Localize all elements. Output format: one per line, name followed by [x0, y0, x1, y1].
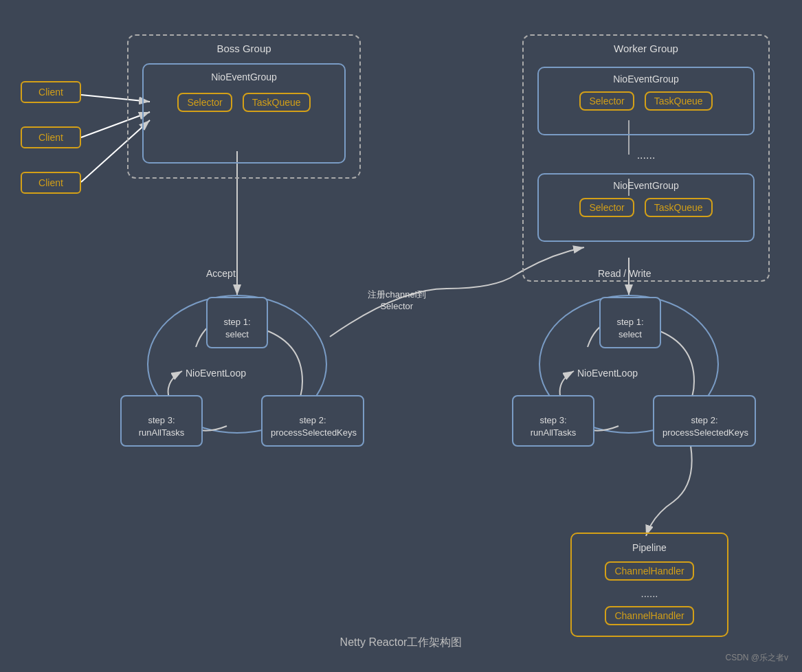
worker-nioeventgroup-2-box: NioEventGroup Selector TaskQueue [537, 173, 755, 242]
accept-label: Accept [206, 268, 236, 279]
worker-nioeventloop-label: NioEventLoop [577, 368, 638, 379]
boss-step3: step 3: runAllTasks [120, 395, 203, 447]
worker-group-box: Worker Group NioEventGroup Selector Task… [522, 34, 770, 282]
worker-taskqueue-1: TaskQueue [645, 91, 713, 111]
diagram: Client Client Client Boss Group NioEvent… [0, 0, 802, 672]
worker-ellipsis: ...... [524, 149, 768, 161]
boss-group-box: Boss Group NioEventGroup Selector TaskQu… [127, 34, 361, 179]
worker-nioeventgroup-1-label: NioEventGroup [539, 68, 753, 85]
pipeline-title: Pipeline [586, 542, 713, 553]
boss-step1: step 1: select [206, 297, 268, 348]
worker-nioeventgroup-2-label: NioEventGroup [539, 175, 753, 191]
client-2: Client [21, 126, 81, 148]
worker-step1: step 1: select [599, 297, 661, 348]
pipeline-handler-2: ChannelHandler [605, 606, 693, 625]
worker-group-title: Worker Group [524, 43, 768, 54]
csdn-label: CSDN @乐之者v [725, 652, 788, 664]
boss-nioeventloop-label: NioEventLoop [186, 368, 246, 379]
client-1: Client [21, 81, 81, 103]
client-3: Client [21, 172, 81, 194]
boss-selector: Selector [177, 93, 232, 112]
boss-nioeventgroup-label: NioEventGroup [144, 65, 344, 82]
pipeline-container: Pipeline ChannelHandler ...... ChannelHa… [570, 533, 728, 637]
diagram-title: Netty Reactor工作架构图 [0, 636, 802, 650]
worker-selector-2: Selector [579, 198, 634, 217]
boss-step2: step 2: processSelectedKeys [261, 395, 364, 447]
boss-taskqueue: TaskQueue [243, 93, 311, 112]
pipeline-ellipsis: ...... [586, 587, 713, 599]
worker-nioeventgroup-1-box: NioEventGroup Selector TaskQueue [537, 67, 755, 135]
worker-selector-1: Selector [579, 91, 634, 111]
worker-step3: step 3: runAllTasks [512, 395, 594, 447]
read-write-label: Read / Write [598, 268, 651, 279]
pipeline-handler-1: ChannelHandler [605, 561, 693, 581]
boss-group-title: Boss Group [129, 43, 359, 54]
worker-taskqueue-2: TaskQueue [645, 198, 713, 217]
worker-step2: step 2: processSelectedKeys [653, 395, 756, 447]
register-label: 注册channel到 Selector [368, 289, 426, 311]
boss-nioeventgroup-box: NioEventGroup Selector TaskQueue [142, 63, 346, 164]
